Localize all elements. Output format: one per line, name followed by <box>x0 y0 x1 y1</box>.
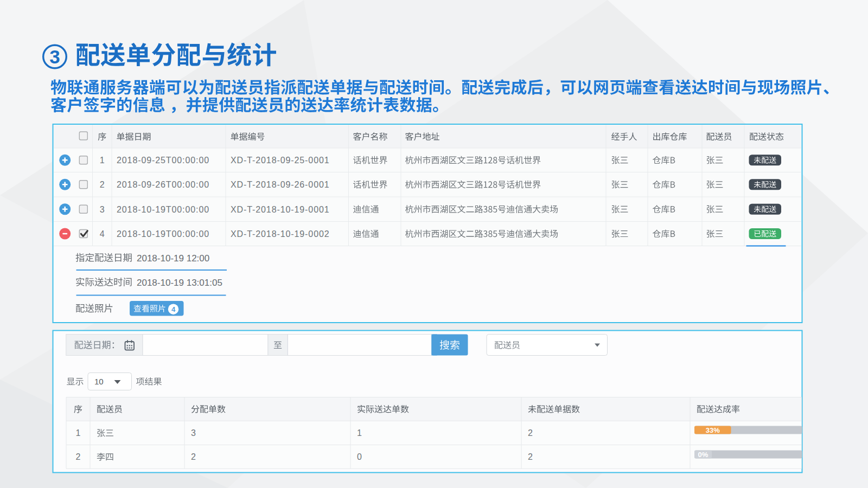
svg-text:2018-10-19 12:00: 2018-10-19 12:00 <box>137 253 209 264</box>
svg-text:2: 2 <box>76 452 81 461</box>
svg-text:XD-T-2018-09-26-0001: XD-T-2018-09-26-0001 <box>231 180 330 189</box>
svg-text:2018-10-19T00:00:00: 2018-10-19T00:00:00 <box>117 205 209 214</box>
svg-text:4: 4 <box>171 305 176 313</box>
svg-text:1: 1 <box>76 428 81 438</box>
svg-text:4: 4 <box>100 229 105 239</box>
svg-text:3: 3 <box>100 205 105 214</box>
svg-text:10: 10 <box>94 377 104 386</box>
svg-text:2018-10-19 13:01:05: 2018-10-19 13:01:05 <box>137 278 222 288</box>
svg-text:2018-09-25T00:00:00: 2018-09-25T00:00:00 <box>117 156 209 165</box>
svg-text:XD-T-2018-09-25-0001: XD-T-2018-09-25-0001 <box>231 156 330 165</box>
svg-text:2018-10-19T00:00:00: 2018-10-19T00:00:00 <box>117 229 209 239</box>
svg-text:1: 1 <box>100 156 105 165</box>
svg-text:2018-09-26T00:00:00: 2018-09-26T00:00:00 <box>117 180 209 189</box>
svg-text:3: 3 <box>49 46 60 67</box>
svg-text:2: 2 <box>528 428 533 438</box>
svg-text:3: 3 <box>191 428 196 438</box>
svg-text:XD-T-2018-10-19-0001: XD-T-2018-10-19-0001 <box>231 205 330 214</box>
svg-text:XD-T-2018-10-19-0002: XD-T-2018-10-19-0002 <box>231 229 330 239</box>
svg-text:2: 2 <box>191 452 196 461</box>
svg-text:0: 0 <box>357 452 362 461</box>
svg-text:33%: 33% <box>706 426 720 434</box>
svg-text:1: 1 <box>357 428 362 438</box>
svg-text:0%: 0% <box>698 451 709 459</box>
svg-text:2: 2 <box>528 452 533 461</box>
svg-text:2: 2 <box>100 180 105 189</box>
